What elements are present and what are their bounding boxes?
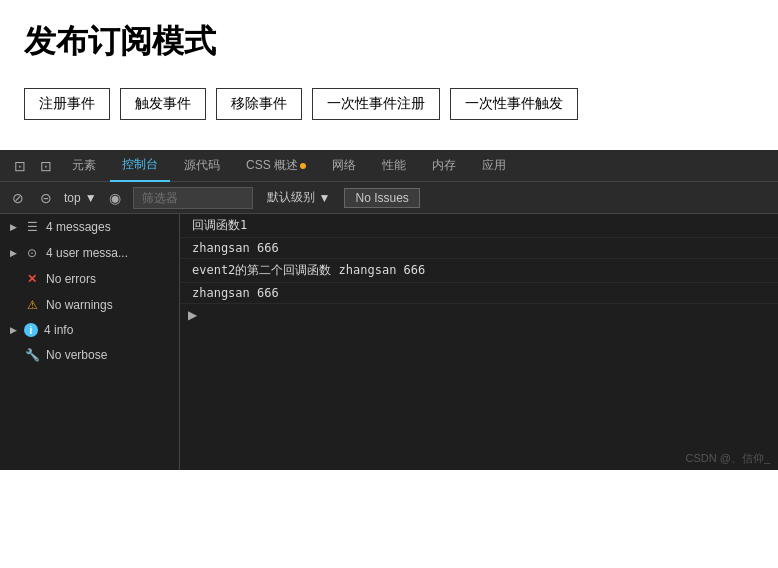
sidebar-item-verbose[interactable]: ▶ 🔧 No verbose: [0, 342, 179, 368]
default-level-selector[interactable]: 默认级别 ▼: [261, 189, 337, 206]
device-icon[interactable]: ⊡: [34, 150, 58, 182]
tab-performance[interactable]: 性能: [370, 150, 418, 182]
info-icon: i: [24, 323, 38, 337]
clear-console-icon[interactable]: ⊘: [8, 188, 28, 208]
eye-icon[interactable]: ◉: [105, 188, 125, 208]
warnings-label: No warnings: [46, 298, 113, 312]
verbose-icon: 🔧: [24, 347, 40, 363]
top-arrow-icon: ▼: [85, 191, 97, 205]
top-area: 发布订阅模式 注册事件 触发事件 移除事件 一次性事件注册 一次性事件触发: [0, 0, 778, 150]
once-trigger-button[interactable]: 一次性事件触发: [450, 88, 578, 120]
tab-network[interactable]: 网络: [320, 150, 368, 182]
devtools-main: ⊡ ⊡ 元素 控制台 源代码 CSS 概述 网络 性能 内存 应用 ⊘ ⊝ to…: [0, 150, 778, 470]
user-messages-arrow: ▶: [8, 248, 18, 258]
user-icon: ⊙: [24, 245, 40, 261]
messages-label: 4 messages: [46, 220, 111, 234]
verbose-label: No verbose: [46, 348, 107, 362]
sidebar-item-user-messages[interactable]: ▶ ⊙ 4 user messa...: [0, 240, 179, 266]
remove-event-button[interactable]: 移除事件: [216, 88, 302, 120]
block-icon[interactable]: ⊝: [36, 188, 56, 208]
error-icon: ✕: [24, 271, 40, 287]
inspect-icon[interactable]: ⊡: [8, 150, 32, 182]
messages-arrow: ▶: [8, 222, 18, 232]
register-event-button[interactable]: 注册事件: [24, 88, 110, 120]
watermark: CSDN @、信仰_: [685, 451, 770, 466]
once-register-button[interactable]: 一次性事件注册: [312, 88, 440, 120]
tab-memory[interactable]: 内存: [420, 150, 468, 182]
top-selector[interactable]: top ▼: [64, 191, 97, 205]
devtools-sidebar: ▶ ☰ 4 messages ▶ ⊙ 4 user messa... ▶ ✕ N…: [0, 214, 180, 470]
tab-sources[interactable]: 源代码: [172, 150, 232, 182]
warning-icon: ⚠: [24, 297, 40, 313]
sidebar-item-messages[interactable]: ▶ ☰ 4 messages: [0, 214, 179, 240]
devtools-panel: ⊡ ⊡ 元素 控制台 源代码 CSS 概述 网络 性能 内存 应用 ⊘ ⊝ to…: [0, 150, 778, 470]
tab-css-overview[interactable]: CSS 概述: [234, 150, 318, 182]
button-row: 注册事件 触发事件 移除事件 一次性事件注册 一次性事件触发: [24, 88, 754, 120]
sidebar-item-info[interactable]: ▶ i 4 info: [0, 318, 179, 342]
list-icon: ☰: [24, 219, 40, 235]
sidebar-item-warnings[interactable]: ▶ ⚠ No warnings: [0, 292, 179, 318]
errors-label: No errors: [46, 272, 96, 286]
devtools-body: ▶ ☰ 4 messages ▶ ⊙ 4 user messa... ▶ ✕ N…: [0, 214, 778, 470]
console-output: 回调函数1 zhangsan 666 event2的第二个回调函数 zhangs…: [180, 214, 778, 470]
console-line-4[interactable]: zhangsan 666: [180, 283, 778, 304]
sidebar-item-errors[interactable]: ▶ ✕ No errors: [0, 266, 179, 292]
trigger-event-button[interactable]: 触发事件: [120, 88, 206, 120]
info-label: 4 info: [44, 323, 73, 337]
no-issues-button[interactable]: No Issues: [344, 188, 419, 208]
console-line-1[interactable]: 回调函数1: [180, 214, 778, 238]
tab-console[interactable]: 控制台: [110, 150, 170, 182]
tab-application[interactable]: 应用: [470, 150, 518, 182]
expand-arrow-icon: ▶: [188, 308, 197, 322]
console-line-3[interactable]: event2的第二个回调函数 zhangsan 666: [180, 259, 778, 283]
filter-input[interactable]: [133, 187, 253, 209]
console-expand-row[interactable]: ▶: [180, 304, 778, 326]
default-level-label: 默认级别: [267, 189, 315, 206]
css-warning-dot: [300, 163, 306, 169]
level-arrow-icon: ▼: [319, 191, 331, 205]
page-title: 发布订阅模式: [24, 20, 754, 64]
devtools-toolbar: ⊘ ⊝ top ▼ ◉ 默认级别 ▼ No Issues: [0, 182, 778, 214]
console-line-2[interactable]: zhangsan 666: [180, 238, 778, 259]
top-label: top: [64, 191, 81, 205]
info-arrow: ▶: [8, 325, 18, 335]
user-messages-label: 4 user messa...: [46, 246, 128, 260]
tab-elements[interactable]: 元素: [60, 150, 108, 182]
devtools-tab-bar: ⊡ ⊡ 元素 控制台 源代码 CSS 概述 网络 性能 内存 应用: [0, 150, 778, 182]
